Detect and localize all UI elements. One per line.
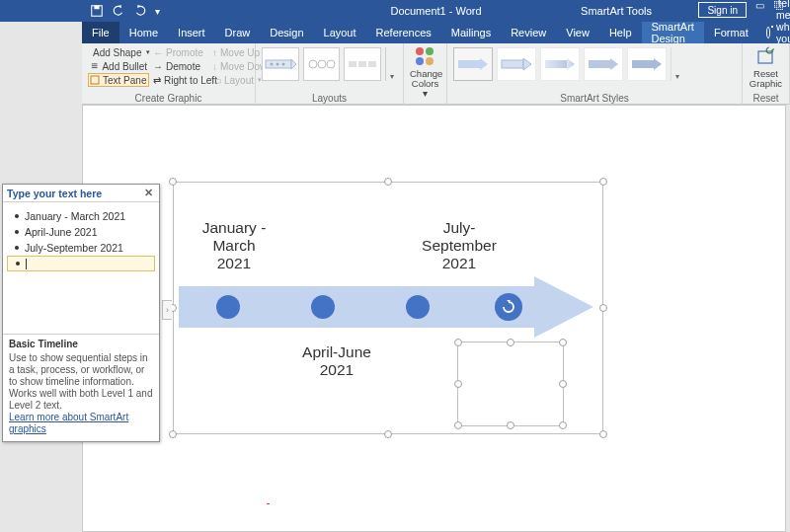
smartart-object[interactable]: › January - March 2021 April-June 2021 J…	[173, 182, 603, 434]
svg-rect-26	[632, 60, 654, 68]
tab-mailings[interactable]: Mailings	[441, 22, 501, 43]
timeline-dot-3[interactable]	[406, 295, 430, 319]
node-handle-tl[interactable]	[454, 339, 462, 346]
tab-draw[interactable]: Draw	[215, 22, 261, 43]
add-shape-button[interactable]: Add Shape▾	[88, 45, 149, 59]
resize-handle-t[interactable]	[384, 178, 392, 186]
timeline-empty-node-selected[interactable]	[457, 342, 564, 426]
svg-rect-16	[358, 61, 366, 67]
text-pane-item[interactable]: April-June 2021	[7, 224, 155, 240]
lightbulb-icon	[766, 27, 770, 38]
layout-thumb-1[interactable]	[262, 47, 299, 81]
svg-marker-19	[480, 58, 488, 70]
text-pane-footer: Basic Timeline Use to show sequential st…	[3, 334, 159, 441]
resize-handle-br[interactable]	[599, 430, 607, 438]
timeline-arrow[interactable]	[179, 276, 593, 338]
resize-handle-tr[interactable]	[599, 178, 607, 186]
learn-more-link[interactable]: Learn more about SmartArt graphics	[9, 412, 128, 434]
resize-handle-tl[interactable]	[169, 178, 177, 186]
timeline-label-1[interactable]: January - March 2021	[185, 219, 283, 272]
ribbon-options-icon[interactable]: ▭	[752, 0, 766, 11]
styles-more-button[interactable]: ▾	[671, 47, 682, 81]
text-pane-toggle-handle[interactable]: ›	[162, 300, 172, 320]
group-label-layouts: Layouts	[256, 93, 403, 105]
style-thumb-4[interactable]	[584, 47, 623, 81]
svg-marker-8	[291, 59, 296, 69]
style-thumb-2[interactable]	[497, 47, 536, 81]
text-pane-button[interactable]: Text Pane	[88, 73, 149, 87]
node-handle-br[interactable]	[559, 421, 567, 429]
svg-rect-18	[458, 60, 480, 68]
ribbon-tabs: File Home Insert Draw Design Layout Refe…	[82, 22, 790, 43]
resize-handle-r[interactable]	[599, 304, 607, 312]
layout-thumb-2[interactable]	[303, 47, 341, 81]
text-pane-item-active[interactable]	[7, 256, 155, 271]
tab-view[interactable]: View	[556, 22, 599, 43]
tab-design[interactable]: Design	[260, 22, 313, 43]
resize-handle-b[interactable]	[384, 430, 392, 438]
text-pane-item[interactable]: January - March 2021	[7, 208, 155, 224]
layout-thumb-3[interactable]	[344, 47, 381, 81]
sign-in-button[interactable]: Sign in	[698, 2, 747, 18]
tab-format[interactable]: Format	[704, 22, 758, 43]
resize-handle-bl[interactable]	[169, 430, 177, 438]
layout-icon: ▭	[212, 75, 221, 85]
text-pane-footer-desc: Use to show sequential steps in a task, …	[9, 352, 153, 412]
node-handle-t[interactable]	[507, 339, 514, 346]
tab-references[interactable]: References	[366, 22, 441, 43]
change-colors-button[interactable]: ChangeColors ▾	[404, 43, 447, 105]
tab-help[interactable]: Help	[599, 22, 642, 43]
bullet-icon	[15, 230, 19, 234]
svg-rect-1	[94, 6, 99, 10]
tab-smartart-design[interactable]: SmartArt Design	[642, 22, 704, 43]
undo-icon[interactable]	[112, 4, 125, 18]
node-handle-b[interactable]	[507, 421, 514, 429]
svg-rect-22	[545, 60, 567, 68]
tab-layout[interactable]: Layout	[314, 22, 366, 43]
svg-marker-27	[654, 58, 662, 70]
tab-insert[interactable]: Insert	[168, 22, 215, 43]
move-down-icon: ↓	[212, 61, 217, 71]
tell-me-search[interactable]: Tell me what you want to do	[766, 22, 790, 43]
svg-marker-21	[523, 58, 531, 70]
reset-graphic-button[interactable]: ResetGraphic Reset	[743, 43, 790, 105]
timeline-dot-2[interactable]	[311, 295, 335, 319]
layouts-more-button[interactable]: ▾	[385, 47, 397, 81]
close-icon[interactable]: ✕	[141, 187, 155, 200]
redo-icon[interactable]	[133, 4, 147, 18]
text-pane-icon	[90, 75, 100, 85]
tab-home[interactable]: Home	[119, 22, 168, 43]
demote-button[interactable]: →Demote	[151, 59, 208, 73]
node-handle-l[interactable]	[454, 380, 462, 388]
promote-button: ←Promote	[151, 45, 208, 59]
node-handle-tr[interactable]	[559, 339, 567, 346]
group-label-reset: Reset	[743, 93, 789, 105]
svg-rect-20	[502, 60, 523, 68]
demote-icon: →	[153, 61, 163, 71]
svg-point-11	[281, 63, 284, 66]
add-bullet-button[interactable]: Add Bullet	[88, 59, 149, 73]
text-pane-item[interactable]: July-September 2021	[7, 240, 155, 256]
tab-review[interactable]: Review	[501, 22, 556, 43]
bullet-icon	[15, 246, 19, 250]
text-pane-list: January - March 2021 April-June 2021 Jul…	[3, 202, 159, 277]
timeline-dot-4-active[interactable]	[495, 293, 522, 321]
svg-point-9	[270, 63, 273, 66]
save-icon[interactable]	[90, 4, 104, 18]
tab-file[interactable]: File	[82, 22, 119, 43]
svg-marker-30	[179, 276, 593, 338]
style-thumb-5[interactable]	[627, 47, 667, 81]
move-down-button: ↓Move Down	[210, 59, 260, 73]
svg-rect-17	[368, 61, 376, 67]
timeline-label-3[interactable]: July- September 2021	[400, 219, 518, 272]
svg-point-13	[318, 60, 326, 68]
timeline-label-2[interactable]: April-June 2021	[287, 343, 386, 379]
style-thumb-3[interactable]	[540, 47, 580, 81]
timeline-dot-1[interactable]	[216, 295, 240, 319]
qat-customize-icon[interactable]: ▾	[155, 6, 160, 17]
smartart-text-pane[interactable]: Type your text here ✕ January - March 20…	[2, 184, 160, 442]
node-handle-bl[interactable]	[454, 421, 462, 429]
node-handle-r[interactable]	[559, 380, 567, 388]
right-to-left-button[interactable]: ⇄Right to Left	[151, 73, 208, 87]
style-thumb-1[interactable]	[453, 47, 493, 81]
